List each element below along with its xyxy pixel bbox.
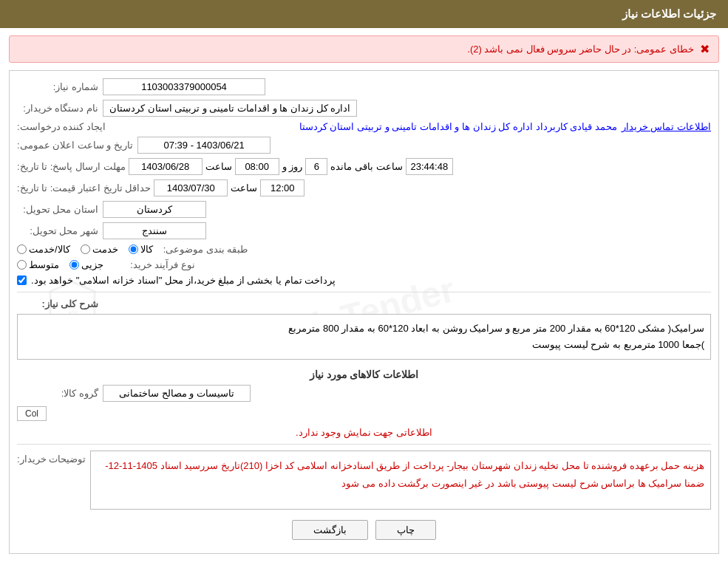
treasury-checkbox[interactable] xyxy=(17,275,27,285)
deadline-remaining-value: 23:44:48 xyxy=(406,158,454,175)
deadline-day-value: 6 xyxy=(305,158,327,175)
price-validity-time-label: ساعت xyxy=(231,182,257,194)
summary-label-row: شرح کلی نیاز: xyxy=(17,298,711,309)
delivery-province-label: استان محل تحویل: xyxy=(17,204,98,215)
delivery-city-row: سنندج شهر محل تحویل: xyxy=(17,222,711,239)
page-title: جزئیات اطلاعات نیاز xyxy=(622,7,716,20)
summary-label: شرح کلی نیاز: xyxy=(17,298,98,309)
delivery-province-value: کردستان xyxy=(103,201,206,218)
deadline-label: مهلت ارسال پاسخ: تا تاریخ: xyxy=(17,161,126,172)
purchase-motavas-label: متوسط xyxy=(29,259,59,270)
price-validity-row: 12:00 ساعت 1403/07/30 حداقل تاریخ اعتبار… xyxy=(17,179,711,196)
purchase-type-label: نوع فرآیند خرید: xyxy=(114,259,195,270)
summary-value: سرامیک( مشکی 120*60 به مقدار 200 متر مرب… xyxy=(288,323,704,350)
buyer-org-label: نام دستگاه خریدار: xyxy=(17,103,98,114)
need-number-label: شماره نیاز: xyxy=(17,81,98,92)
category-kala-khedmat-label: کالا/خدمت xyxy=(29,244,70,255)
buyer-notes-box: هزینه حمل برعهده فروشنده تا محل تخلیه زن… xyxy=(90,451,711,510)
deadline-date-value: 1403/06/28 xyxy=(129,158,203,175)
checkbox-row: پرداخت تمام یا بخشی از مبلغ خرید،از محل … xyxy=(17,275,711,286)
purchase-motavas-radio[interactable] xyxy=(17,260,27,270)
purchase-type-motavas[interactable]: متوسط xyxy=(17,259,59,270)
error-banner: خطای عمومی: در حال حاضر سروس فعال نمی با… xyxy=(9,35,719,63)
separator-1 xyxy=(17,292,711,292)
category-label: طبقه بندی موضوعی: xyxy=(163,244,248,255)
creator-value: محمد قیادی کاربرداد اداره کل زندان ها و … xyxy=(110,121,617,132)
error-icon: ✖ xyxy=(700,42,710,56)
purchase-type-jozi[interactable]: جزیی xyxy=(69,259,103,270)
print-button[interactable]: چاپ xyxy=(375,520,436,540)
category-khedmat-radio[interactable] xyxy=(81,244,90,254)
buttons-row: چاپ بازگشت xyxy=(17,520,711,540)
creator-row: اطلاعات تماس خریدار محمد قیادی کاربرداد … xyxy=(17,121,711,132)
creator-contact-link[interactable]: اطلاعات تماس خریدار xyxy=(622,121,711,132)
content-inner: 1103003379000054 شماره نیاز: اداره کل زن… xyxy=(17,78,711,540)
error-text: خطای عمومی: در حال حاضر سروس فعال نمی با… xyxy=(467,44,694,55)
purchase-jozi-label: جزیی xyxy=(81,259,103,270)
delivery-city-label: شهر محل تحویل: xyxy=(17,225,98,236)
goods-group-label: گروه کالا: xyxy=(17,388,98,399)
delivery-province-row: کردستان استان محل تحویل: xyxy=(17,201,711,218)
col-badge: Col xyxy=(17,406,47,421)
no-info-text: اطلاعاتی جهت نمایش وجود ندارد. xyxy=(17,427,711,438)
deadline-day-label: روز و xyxy=(282,161,303,172)
price-validity-time-value: 12:00 xyxy=(260,179,305,196)
col-badge-area: Col xyxy=(17,406,711,421)
main-content-box: ⚖ AriaTender 1103003379000054 شماره نیاز… xyxy=(9,70,719,554)
goods-group-value: تاسیسات و مصالح ساختمانی xyxy=(103,385,251,402)
deadline-time-value: 08:00 xyxy=(235,158,279,175)
page-header: جزئیات اطلاعات نیاز xyxy=(0,0,728,28)
announce-datetime-label: تاریخ و ساعت اعلان عمومی: xyxy=(17,140,133,151)
category-row: طبقه بندی موضوعی: کالا خدمت کالا/خدمت xyxy=(17,244,711,255)
buyer-notes-value: هزینه حمل برعهده فروشنده تا محل تخلیه زن… xyxy=(105,460,704,488)
separator-2 xyxy=(17,444,711,445)
back-button[interactable]: بازگشت xyxy=(292,520,368,540)
deadline-remaining-label: ساعت باقی مانده xyxy=(330,161,402,172)
purchase-type-row: نوع فرآیند خرید: جزیی متوسط xyxy=(17,259,711,270)
category-option-khedmat[interactable]: خدمت xyxy=(81,244,118,255)
buyer-org-value: اداره کل زندان ها و اقدامات تامینی و ترب… xyxy=(103,100,357,117)
category-kala-radio[interactable] xyxy=(129,244,138,254)
category-kala-label: کالا xyxy=(140,244,153,255)
need-number-value: 1103003379000054 xyxy=(103,78,265,95)
announce-datetime-row: 1403/06/21 - 07:39 تاریخ و ساعت اعلان عم… xyxy=(17,137,711,154)
buyer-notes-label: توضیحات خریدار: xyxy=(17,451,86,465)
category-option-kala[interactable]: کالا xyxy=(129,244,153,255)
checkbox-label: پرداخت تمام یا بخشی از مبلغ خرید،از محل … xyxy=(31,275,336,286)
purchase-jozi-radio[interactable] xyxy=(69,260,79,270)
delivery-city-value: سنندج xyxy=(103,222,206,239)
category-khedmat-label: خدمت xyxy=(92,244,118,255)
buyer-org-row: اداره کل زندان ها و اقدامات تامینی و ترب… xyxy=(17,100,711,117)
goods-section-title: اطلاعات کالاهای مورد نیاز xyxy=(17,369,711,380)
category-kala-khedmat-radio[interactable] xyxy=(17,244,27,254)
category-option-kala-khedmat[interactable]: کالا/خدمت xyxy=(17,244,70,255)
price-validity-label: حداقل تاریخ اعتبار قیمت: تا تاریخ: xyxy=(17,182,151,194)
deadline-row: 23:44:48 ساعت باقی مانده 6 روز و 08:00 س… xyxy=(17,158,711,175)
summary-value-box: سرامیک( مشکی 120*60 به مقدار 200 متر مرب… xyxy=(17,314,711,360)
price-validity-date-value: 1403/07/30 xyxy=(154,179,228,196)
page-wrapper: جزئیات اطلاعات نیاز خطای عمومی: در حال ح… xyxy=(0,0,728,565)
deadline-time-label: ساعت xyxy=(205,161,232,172)
buyer-notes-outer: هزینه حمل برعهده فروشنده تا محل تخلیه زن… xyxy=(17,451,711,510)
need-number-row: 1103003379000054 شماره نیاز: xyxy=(17,78,711,95)
announce-datetime-value: 1403/06/21 - 07:39 xyxy=(137,137,271,154)
creator-label: ایجاد کننده درخواست: xyxy=(17,121,106,132)
goods-group-row: تاسیسات و مصالح ساختمانی گروه کالا: xyxy=(17,385,711,402)
